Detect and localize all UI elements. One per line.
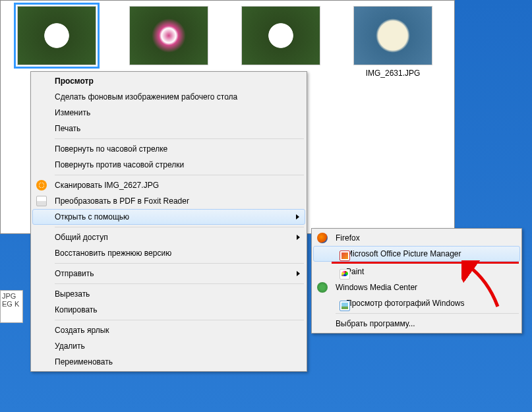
menu-preview[interactable]: Просмотр <box>32 73 305 89</box>
menu-separator <box>336 313 519 314</box>
partial-line: JPG <box>2 292 21 300</box>
chevron-right-icon <box>297 235 300 240</box>
partial-line: EG K <box>2 300 21 308</box>
menu-open-with[interactable]: Открыть с помощью <box>32 209 305 225</box>
menu-separator <box>55 263 304 264</box>
submenu-choose-program[interactable]: Выбрать программу... <box>313 316 520 332</box>
media-center-icon <box>317 282 328 293</box>
menu-separator <box>55 320 304 320</box>
menu-separator <box>55 175 304 175</box>
scan-icon <box>36 180 47 191</box>
context-menu: Просмотр Сделать фоновым изображением ра… <box>30 71 307 372</box>
submenu-photo-viewer[interactable]: Просмотр фотографий Windows <box>313 295 520 311</box>
thumbnail-item[interactable] <box>126 6 212 78</box>
submenu-firefox[interactable]: Firefox <box>313 230 520 246</box>
thumbnail-image[interactable] <box>17 6 96 65</box>
menu-separator <box>55 227 304 227</box>
chevron-right-icon <box>297 271 300 276</box>
thumbnail-image[interactable] <box>129 6 208 65</box>
thumbnail-item[interactable] <box>14 6 100 78</box>
menu-set-wallpaper[interactable]: Сделать фоновым изображением рабочего ст… <box>32 89 305 105</box>
menu-separator <box>55 283 304 284</box>
submenu-paint[interactable]: Paint <box>313 264 520 280</box>
menu-rotate-cw[interactable]: Повернуть по часовой стрелке <box>32 141 305 157</box>
menu-print[interactable]: Печать <box>32 121 305 136</box>
menu-edit[interactable]: Изменить <box>32 105 305 121</box>
thumbnail-image[interactable] <box>241 6 320 65</box>
menu-send-to[interactable]: Отправить <box>32 266 305 281</box>
partial-panel: JPG EG K <box>0 290 23 323</box>
thumbnail-item[interactable] <box>238 6 324 78</box>
menu-scan[interactable]: Сканировать IMG_2627.JPG <box>32 177 305 193</box>
menu-share[interactable]: Общий доступ <box>32 229 305 245</box>
thumbnail-image[interactable] <box>353 6 432 65</box>
chevron-right-icon <box>296 214 299 220</box>
picture-manager-icon <box>340 250 350 261</box>
menu-separator <box>55 138 304 139</box>
submenu-picture-manager[interactable]: Microsoft Office Picture Manager <box>313 246 520 262</box>
pdf-icon <box>36 196 47 206</box>
thumbnail-label[interactable]: IMG_2631.JPG <box>366 69 421 78</box>
menu-copy[interactable]: Копировать <box>32 302 305 318</box>
submenu-wmc[interactable]: Windows Media Center <box>313 280 520 295</box>
thumbnail-item[interactable]: IMG_2631.JPG <box>350 6 436 78</box>
photo-viewer-icon <box>340 301 350 311</box>
menu-cut[interactable]: Вырезать <box>32 286 305 302</box>
menu-rename[interactable]: Переименовать <box>32 354 305 370</box>
open-with-submenu: Firefox Microsoft Office Picture Manager… <box>311 228 522 334</box>
menu-create-shortcut[interactable]: Создать ярлык <box>32 322 305 338</box>
menu-convert-pdf[interactable]: Преобразовать в PDF в Foxit Reader <box>32 193 305 209</box>
menu-restore-version[interactable]: Восстановить прежнюю версию <box>32 245 305 261</box>
paint-icon <box>340 269 350 280</box>
menu-rotate-ccw[interactable]: Повернуть против часовой стрелки <box>32 157 305 173</box>
menu-delete[interactable]: Удалить <box>32 338 305 354</box>
firefox-icon <box>317 233 328 243</box>
